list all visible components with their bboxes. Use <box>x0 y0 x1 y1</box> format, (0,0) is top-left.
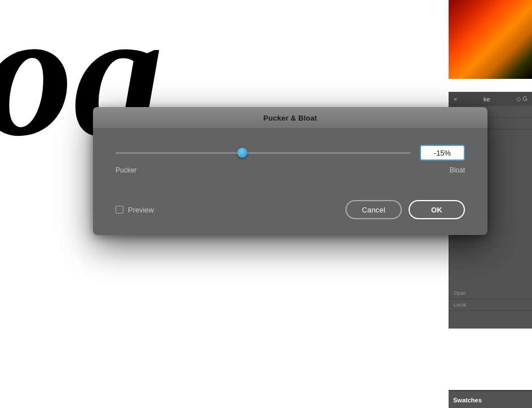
slider-track <box>116 152 411 154</box>
bg-panel-opacity-label: Opac <box>454 290 527 296</box>
bg-panel-close-icon[interactable]: × <box>454 96 457 103</box>
slider-labels-row: Pucker Bloat <box>116 166 465 174</box>
swatches-title: Swatches <box>453 397 482 403</box>
slider-label-bloat: Bloat <box>450 166 465 174</box>
ok-button[interactable]: OK <box>409 200 465 219</box>
pucker-bloat-dialog: Pucker & Bloat Pucker Bloat <box>93 107 487 235</box>
swatches-panel: Swatches <box>449 390 532 408</box>
dialog-footer: Preview Cancel OK <box>93 200 487 235</box>
bg-panel-header: × ke ◇ G <box>449 92 532 106</box>
bg-panel-icon: ◇ G <box>516 95 527 103</box>
color-picker-panel[interactable] <box>449 0 532 79</box>
dialog-title: Pucker & Bloat <box>263 114 317 122</box>
preview-group: Preview <box>116 206 339 214</box>
bg-panel-title: ke <box>484 96 490 103</box>
preview-label: Preview <box>128 206 154 214</box>
slider-section: Pucker Bloat <box>116 145 465 174</box>
slider-value-input[interactable] <box>420 145 465 161</box>
dialog-titlebar: Pucker & Bloat <box>93 107 487 129</box>
slider-fill <box>116 152 242 154</box>
slider-track-container[interactable] <box>116 147 411 158</box>
preview-checkbox[interactable] <box>116 206 123 214</box>
slider-thumb[interactable] <box>237 148 247 158</box>
button-group: Cancel OK <box>345 200 465 219</box>
cancel-button[interactable]: Cancel <box>345 200 402 219</box>
slider-row <box>116 145 465 161</box>
bg-panel-locate-label: Locat <box>454 302 527 308</box>
bg-panel-opacity-row: Opac <box>449 287 532 299</box>
slider-label-pucker: Pucker <box>116 166 136 174</box>
dialog-body: Pucker Bloat <box>93 129 487 200</box>
bg-panel-locate-row: Locat <box>449 299 532 311</box>
